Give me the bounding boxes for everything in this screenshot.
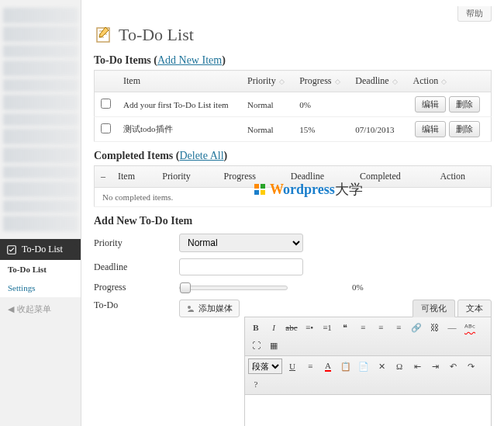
svg-point-2 (188, 306, 191, 309)
admin-sidebar: To-Do List To-Do List Settings ◀ 收起菜单 (0, 0, 81, 426)
sidebar-item-blur (3, 166, 78, 178)
add-new-item-link[interactable]: Add New Item (157, 54, 222, 66)
special-char-icon[interactable]: Ω (392, 358, 407, 374)
tab-text[interactable]: 文本 (457, 300, 492, 317)
align-center-icon[interactable]: ≡ (373, 320, 388, 335)
todo-items-table: Item Priority Progress Deadline Action A… (94, 70, 492, 142)
text-color-icon[interactable]: A (320, 358, 336, 374)
spellcheck-icon[interactable]: ᴬᴮᶜ (462, 320, 478, 335)
col-deadline: Deadline (285, 166, 354, 188)
sidebar-item-blur (3, 182, 78, 197)
row-checkbox[interactable] (101, 99, 111, 109)
bullet-list-icon[interactable]: ≡• (302, 320, 317, 335)
delete-button[interactable]: 删除 (449, 121, 480, 137)
todo-items-heading: To-Do Items (Add New Item) (94, 54, 492, 67)
col-checkbox (95, 71, 118, 92)
cell-deadline (349, 92, 406, 117)
cell-item: Add your first To-Do List item (117, 92, 241, 117)
slider-thumb[interactable] (180, 282, 191, 293)
col-priority: Priority (156, 166, 217, 188)
bold-icon[interactable]: B (248, 320, 264, 335)
sidebar-item-blur (3, 79, 78, 92)
empty-row: No completed items. (95, 188, 492, 207)
checklist-icon (6, 244, 17, 255)
collapse-menu[interactable]: ◀ 收起菜单 (0, 297, 81, 321)
delete-button[interactable]: 删除 (449, 96, 480, 113)
fullscreen-icon[interactable]: ⛶ (248, 338, 264, 353)
sidebar-item-blur (3, 26, 78, 42)
help-tab[interactable]: 帮助 (457, 6, 492, 22)
editor: 可视化 文本 B I abc ≡• ≡1 ❝ ≡ ≡ ≡ 🔗 ⛓ (244, 300, 492, 426)
redo-icon[interactable]: ↷ (463, 358, 478, 374)
blockquote-icon[interactable]: ❝ (337, 320, 353, 335)
row-checkbox[interactable] (101, 123, 111, 133)
notepad-icon (94, 26, 112, 44)
add-media-button[interactable]: 添加媒体 (179, 300, 240, 317)
more-icon[interactable]: — (444, 320, 460, 335)
table-row: Add your first To-Do List item Normal 0%… (95, 92, 492, 117)
sidebar-item-blur (3, 8, 78, 23)
kitchen-sink-icon[interactable]: ▦ (266, 338, 281, 353)
cell-item: 测试todo插件 (117, 117, 241, 142)
strike-icon[interactable]: abc (284, 320, 299, 335)
sidebar-item-todo-list[interactable]: To-Do List (0, 239, 81, 260)
edit-button[interactable]: 编辑 (415, 96, 446, 113)
col-action[interactable]: Action (407, 71, 492, 92)
editor-textarea[interactable] (244, 395, 492, 426)
cell-progress: 15% (293, 117, 349, 142)
col-item: Item (112, 166, 156, 188)
paste-text-icon[interactable]: 📋 (338, 358, 354, 374)
col-collapse: – (95, 166, 112, 188)
col-deadline[interactable]: Deadline (349, 71, 406, 92)
add-new-item-heading: Add New To-Do Item (94, 215, 492, 227)
paragraph-select[interactable]: 段落 (248, 358, 282, 374)
page-title: To-Do List (94, 25, 492, 45)
edit-button[interactable]: 编辑 (415, 121, 446, 137)
sidebar-item-blur (3, 200, 78, 213)
sidebar-active-label: To-Do List (22, 244, 63, 255)
link-icon[interactable]: 🔗 (409, 320, 424, 335)
editor-toolbar-2: 段落 U ≡ A 📋 📄 ✕ Ω ⇤ ⇥ ↶ ↷ ? (244, 356, 492, 395)
sidebar-sub-todo-list[interactable]: To-Do List (0, 260, 81, 279)
undo-icon[interactable]: ↶ (445, 358, 461, 374)
priority-select[interactable]: Normal (179, 234, 303, 252)
sidebar-item-blur (3, 129, 78, 144)
main-content: 帮助 To-Do List To-Do Items (Add New Item)… (81, 0, 504, 426)
cell-priority: Normal (241, 92, 293, 117)
indent-icon[interactable]: ⇥ (427, 358, 443, 374)
number-list-icon[interactable]: ≡1 (319, 320, 335, 335)
cell-priority: Normal (241, 117, 293, 142)
progress-slider[interactable] (179, 286, 288, 290)
tab-visual[interactable]: 可视化 (413, 300, 455, 317)
cell-progress: 0% (293, 92, 349, 117)
align-left-icon[interactable]: ≡ (355, 320, 371, 335)
outdent-icon[interactable]: ⇤ (409, 358, 425, 374)
clear-format-icon[interactable]: ✕ (374, 358, 389, 374)
editor-toolbar-1: B I abc ≡• ≡1 ❝ ≡ ≡ ≡ 🔗 ⛓ — ᴬᴮᶜ ⛶ (244, 317, 492, 356)
sidebar-item-blur (3, 95, 78, 110)
sidebar-item-blur (3, 147, 78, 163)
underline-icon[interactable]: U (285, 358, 300, 374)
col-progress[interactable]: Progress (293, 71, 349, 92)
completed-items-table: – Item Priority Progress Deadline Comple… (94, 165, 492, 207)
delete-all-link[interactable]: Delete All (179, 150, 223, 161)
deadline-input[interactable] (179, 258, 303, 275)
deadline-label: Deadline (94, 261, 179, 273)
priority-label: Priority (94, 237, 179, 249)
col-completed: Completed (354, 166, 433, 188)
paste-word-icon[interactable]: 📄 (356, 358, 371, 374)
collapse-icon: ◀ (8, 304, 14, 314)
col-item[interactable]: Item (117, 71, 241, 92)
italic-icon[interactable]: I (266, 320, 281, 335)
col-priority[interactable]: Priority (241, 71, 293, 92)
sidebar-item-blur (3, 113, 78, 126)
help-icon[interactable]: ? (248, 376, 264, 392)
media-icon (186, 304, 195, 313)
col-action: Action (433, 166, 491, 188)
unlink-icon[interactable]: ⛓ (426, 320, 442, 335)
completed-items-heading: Completed Items (Delete All) (94, 150, 492, 162)
align-justify-icon[interactable]: ≡ (302, 358, 318, 374)
sidebar-sub-settings[interactable]: Settings (0, 279, 81, 297)
col-progress: Progress (217, 166, 284, 188)
align-right-icon[interactable]: ≡ (391, 320, 406, 335)
